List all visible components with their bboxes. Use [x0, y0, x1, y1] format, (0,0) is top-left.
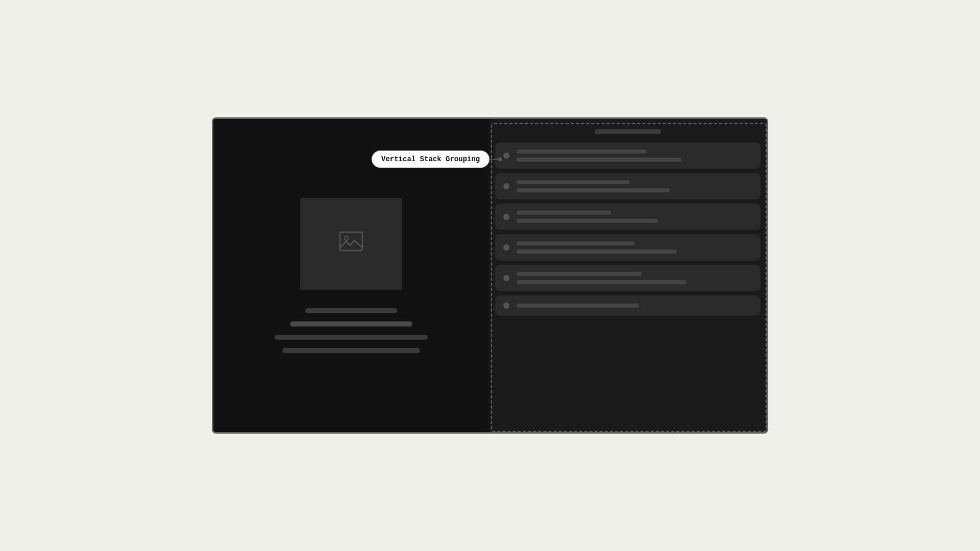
item-lines — [517, 180, 752, 192]
item-dot — [503, 214, 509, 220]
item-lines — [517, 241, 752, 254]
top-bar-container — [495, 127, 761, 138]
tooltip-dot — [498, 157, 502, 161]
item-dot — [503, 303, 509, 309]
item-dot — [503, 183, 509, 189]
item-lines — [517, 211, 752, 223]
tooltip-label: Vertical Stack Grouping — [372, 151, 489, 168]
right-panel — [489, 119, 767, 432]
item-line-top — [517, 180, 630, 184]
tooltip-text: Vertical Stack Grouping — [381, 155, 480, 163]
item-dot — [503, 275, 509, 281]
image-placeholder — [300, 198, 402, 290]
list-item — [495, 142, 761, 169]
item-line-top — [517, 149, 646, 154]
item-line-bottom — [517, 219, 658, 223]
list-item — [495, 204, 761, 230]
item-line-top — [517, 211, 611, 215]
list-item — [495, 173, 761, 199]
item-line-bottom — [517, 188, 670, 192]
image-icon — [339, 231, 363, 257]
left-bar-1 — [305, 308, 397, 313]
left-bar-2 — [290, 321, 412, 327]
item-line-top — [517, 272, 642, 276]
left-bar-3 — [275, 335, 428, 340]
item-lines — [517, 272, 752, 284]
item-line-bottom — [517, 249, 677, 254]
main-frame: Vertical Stack Grouping — [212, 117, 768, 434]
item-line-bottom — [517, 158, 681, 162]
list-item-partial — [495, 295, 761, 316]
left-bar-4 — [282, 348, 420, 353]
item-line-top — [517, 304, 639, 308]
item-line-top — [517, 241, 634, 245]
item-dot — [503, 244, 509, 251]
list-item — [495, 234, 761, 261]
svg-rect-0 — [340, 232, 362, 251]
item-line-bottom — [517, 280, 687, 284]
svg-point-1 — [345, 236, 349, 240]
top-bar — [595, 129, 661, 134]
list-item — [495, 265, 761, 291]
item-lines — [517, 149, 752, 162]
item-lines — [517, 304, 752, 308]
item-dot — [503, 153, 509, 159]
